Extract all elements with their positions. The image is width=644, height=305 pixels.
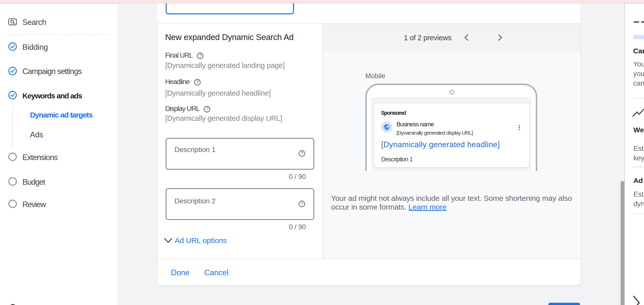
svg-text:?: ? bbox=[300, 151, 303, 156]
svg-text:?: ? bbox=[196, 80, 199, 85]
svg-text:?: ? bbox=[199, 53, 201, 58]
svg-text:?: ? bbox=[300, 201, 303, 206]
svg-text:?: ? bbox=[206, 106, 208, 112]
